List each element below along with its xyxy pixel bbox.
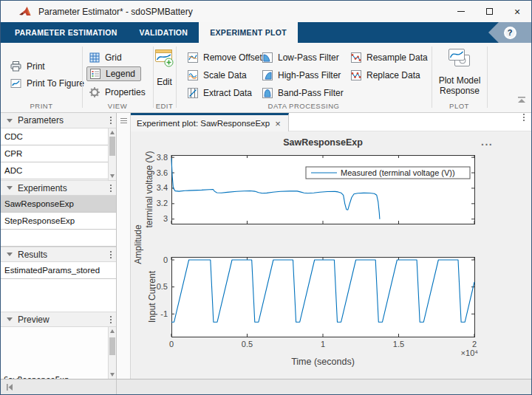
low-pass-filter-button[interactable]: Low-Pass Filter <box>262 50 339 65</box>
svg-text:3.6: 3.6 <box>157 168 168 177</box>
scroll-down-icon <box>110 174 115 178</box>
parameters-menu-icon[interactable] <box>110 117 112 124</box>
parameters-scrollbar[interactable] <box>108 128 116 180</box>
svg-text:1.5: 1.5 <box>393 340 404 348</box>
legend-icon <box>89 68 101 80</box>
edit-icon <box>154 49 174 68</box>
panel-grip-icon[interactable] <box>120 118 127 123</box>
list-item-cpr[interactable]: CPR <box>1 145 116 162</box>
data-processing-section-label: DATA PROCESSING <box>176 102 432 110</box>
list-item-empty <box>1 230 116 247</box>
list-item-estimatedparams[interactable]: EstimatedParams_stored <box>1 262 116 279</box>
legend: Measured (terminal voltage (V)) <box>306 167 470 179</box>
scrollbar-thumb[interactable] <box>109 337 115 355</box>
ribbon-separator <box>176 47 177 108</box>
resample-data-icon <box>350 52 362 63</box>
results-menu-icon[interactable] <box>110 251 112 258</box>
scale-data-button[interactable]: Scale Data <box>187 68 247 83</box>
panel-strip <box>117 113 131 379</box>
view-section-label: VIEW <box>82 102 153 110</box>
collapse-sidebar-icon[interactable] <box>5 383 14 391</box>
help-button[interactable]: ? <box>504 27 516 39</box>
ribbon-separator <box>487 47 488 108</box>
tab-validation[interactable]: VALIDATION <box>129 22 200 43</box>
matlab-logo-icon <box>18 6 32 18</box>
shared-y-axis-label: Amplitude <box>133 193 143 296</box>
properties-button[interactable]: Properties <box>89 85 146 100</box>
maximize-button[interactable] <box>475 1 503 22</box>
scrollbar-thumb[interactable] <box>109 137 115 156</box>
edit-button[interactable]: Edit <box>153 49 176 87</box>
minimize-button[interactable] <box>447 1 475 22</box>
replace-data-button[interactable]: Replace Data <box>350 68 420 83</box>
ribbon-separator <box>82 47 83 108</box>
document-area: Experiment plot: SawResponseExp × 33.23.… <box>131 113 531 379</box>
axes-2: 00.511.520-0.5-1Input CurrentTime (secon… <box>147 255 478 367</box>
grid-icon <box>89 52 100 63</box>
band-pass-filter-button[interactable]: Band-Pass Filter <box>262 86 344 100</box>
list-item-stepresponseexp[interactable]: StepResponseExp <box>1 213 116 230</box>
scroll-up-icon <box>110 329 115 333</box>
grid-button[interactable]: Grid <box>89 50 122 65</box>
experiments-list: SawResponseExp StepResponseExp <box>1 196 116 247</box>
help-banner: ? <box>488 22 531 43</box>
plot-model-response-label-line2: Response <box>433 86 486 96</box>
legend-button[interactable]: Legend <box>86 66 141 81</box>
experiments-menu-icon[interactable] <box>110 185 112 192</box>
experiment-plot-svg: 33.23.43.63.8terminal voltage (V)Measure… <box>131 131 531 379</box>
resample-data-button[interactable]: Resample Data <box>350 50 428 65</box>
close-icon: × <box>514 7 520 17</box>
plot-model-response-label-line1: Plot Model <box>433 75 486 86</box>
title-bar: Parameter Estimator* - sdoSPMBattery × <box>1 1 531 22</box>
tab-close-icon[interactable]: × <box>275 119 281 128</box>
list-item-sawresponseexp[interactable]: SawResponseExp <box>1 196 116 213</box>
parameters-section-title: Parameters <box>18 115 64 126</box>
parameters-section-header[interactable]: Parameters <box>1 113 116 128</box>
results-section-header[interactable]: Results <box>1 247 116 262</box>
axes-options-button[interactable]: ... <box>481 136 493 148</box>
scroll-up-icon <box>110 131 115 134</box>
left-sidebar: Parameters CDC CPR ADC Experiments SawRe… <box>1 113 117 379</box>
experiments-section-header[interactable]: Experiments <box>1 180 116 196</box>
preview-section-header[interactable]: Preview <box>1 312 116 327</box>
tab-parameter-estimation[interactable]: PARAMETER ESTIMATION <box>4 22 129 43</box>
extract-data-button[interactable]: Extract Data <box>187 86 252 100</box>
svg-text:×10⁴: ×10⁴ <box>461 348 479 357</box>
plot-model-response-button[interactable]: Plot Model Response <box>433 47 486 96</box>
preview-menu-icon[interactable] <box>110 316 112 323</box>
preview-pane: SawResponseExp = ' Measured output signa… <box>1 327 116 379</box>
edit-section-label: EDIT <box>153 102 176 110</box>
preview-scrollbar[interactable] <box>108 327 116 379</box>
toolstrip-tab-bar: PARAMETER ESTIMATION VALIDATION EXPERIME… <box>1 22 531 43</box>
remove-offset-icon <box>187 52 199 63</box>
list-item-cdc[interactable]: CDC <box>1 128 116 145</box>
svg-text:0.5: 0.5 <box>242 340 253 348</box>
collapse-caret-icon <box>7 317 13 321</box>
close-button[interactable]: × <box>503 1 531 22</box>
experiment-plot-tab[interactable]: Experiment plot: SawResponseExp × <box>131 113 289 131</box>
replace-data-icon <box>350 69 362 81</box>
remove-offset-button[interactable]: Remove Offset <box>187 50 262 65</box>
print-to-figure-icon <box>10 78 22 89</box>
tab-experiment-plot[interactable]: EXPERIMENT PLOT <box>199 22 298 43</box>
axes-1: 33.23.43.63.8terminal voltage (V)Measure… <box>144 151 474 227</box>
collapse-ribbon-button[interactable] <box>517 93 526 106</box>
printer-icon <box>10 61 22 72</box>
print-button[interactable]: Print <box>10 59 45 74</box>
status-bar <box>1 379 531 394</box>
ribbon-toolbar: Print Print To Figure PRINT Grid <box>1 43 531 113</box>
svg-text:3.2: 3.2 <box>157 199 168 207</box>
list-item-adc[interactable]: ADC <box>1 162 116 179</box>
high-pass-filter-icon <box>262 69 273 81</box>
print-to-figure-button[interactable]: Print To Figure <box>10 76 84 91</box>
print-section-label: PRINT <box>1 102 82 110</box>
svg-text:3: 3 <box>163 214 168 223</box>
scale-data-icon <box>187 69 199 81</box>
maximize-icon <box>486 8 493 15</box>
high-pass-filter-button[interactable]: High-Pass Filter <box>262 68 341 83</box>
document-bar-menu-icon[interactable] <box>523 114 525 121</box>
experiments-section-title: Experiments <box>18 183 67 193</box>
results-list: EstimatedParams_stored <box>1 262 116 312</box>
svg-text:0: 0 <box>169 340 174 348</box>
ribbon-separator <box>432 47 432 108</box>
